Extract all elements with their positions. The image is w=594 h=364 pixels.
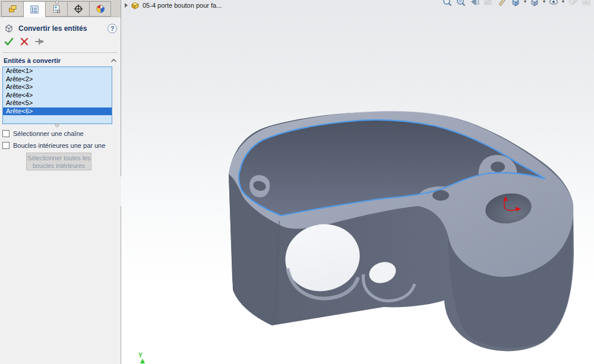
- display-style-dropdown[interactable]: ▾: [543, 0, 545, 4]
- panel-top-grip[interactable]: [55, 1, 59, 4]
- property-manager-panel: Convertir les entités ? Entités à conver…: [0, 0, 121, 364]
- list-item[interactable]: Arête<1>: [3, 67, 112, 75]
- axis-y-label: Y: [138, 352, 143, 359]
- checkbox-label: Boucles intérieures une par une: [13, 142, 105, 149]
- section-entities-to-convert[interactable]: Entités à convertir: [0, 55, 121, 65]
- checkbox-inner-loops-row: Boucles intérieures une par une: [2, 142, 105, 149]
- hide-show-items-dropdown[interactable]: ▾: [562, 0, 564, 4]
- part-document-icon: [131, 1, 140, 10]
- view-orientation-icon[interactable]: [510, 0, 521, 8]
- checkbox-label: Sélectionner une chaîne: [13, 130, 84, 137]
- feature-tree-flyout: 05-4 porte bouton pour fa...: [125, 1, 222, 10]
- list-item[interactable]: Arête<4>: [3, 91, 112, 100]
- boss-middle-hole: [432, 190, 449, 201]
- select-all-inner-loops-button[interactable]: Sélectionner toutes les boucles intérieu…: [26, 153, 91, 170]
- previous-view-icon[interactable]: [469, 0, 480, 8]
- list-item[interactable]: Arête<5>: [3, 99, 112, 107]
- configuration-manager-icon: [52, 4, 61, 14]
- axis-triad: Y: [138, 352, 145, 363]
- help-icon[interactable]: ?: [108, 24, 117, 33]
- checkbox-select-chain[interactable]: [2, 130, 10, 137]
- tab-feature-manager[interactable]: [1, 1, 23, 17]
- selected-entities-list: Arête<1> Arête<2> Arête<3> Arête<4> Arêt…: [2, 67, 112, 124]
- chevron-up-icon: [110, 58, 117, 63]
- headsup-view-toolbar: ▾ ▾ ▾: [442, 0, 592, 8]
- hide-show-items-icon[interactable]: [548, 0, 559, 8]
- axis-y-arrow: [140, 359, 145, 363]
- display-manager-icon: [96, 4, 105, 14]
- convert-entities-icon: [4, 23, 14, 34]
- property-manager-header: Convertir les entités ?: [4, 22, 117, 35]
- cad-model-canvas[interactable]: Y: [121, 0, 594, 364]
- tree-expand-arrow[interactable]: [125, 3, 128, 8]
- section-view-icon[interactable]: [483, 0, 494, 8]
- list-item[interactable]: Arête<3>: [3, 83, 112, 91]
- panel-title: Convertir les entités: [18, 24, 108, 33]
- cancel-button[interactable]: [19, 36, 30, 47]
- section-label: Entités à convertir: [4, 57, 110, 64]
- apply-scene-icon[interactable]: [581, 0, 592, 8]
- boss-upper-right-hole: [491, 162, 505, 172]
- edit-appearance-icon[interactable]: [567, 0, 578, 8]
- tab-display-manager[interactable]: [89, 1, 111, 17]
- keep-visible-pin-button[interactable]: [34, 36, 45, 47]
- document-name[interactable]: 05-4 porte bouton pour fa...: [143, 2, 222, 9]
- list-item-selected[interactable]: Arête<6>: [3, 107, 112, 116]
- tab-property-manager[interactable]: [23, 1, 45, 17]
- list-item[interactable]: Arête<2>: [3, 75, 112, 84]
- ok-button[interactable]: [4, 36, 14, 47]
- zoom-to-fit-icon[interactable]: [442, 0, 453, 8]
- zoom-to-area-icon[interactable]: [456, 0, 466, 8]
- divider: [2, 52, 117, 53]
- feature-manager-icon: [8, 4, 17, 14]
- display-style-icon[interactable]: [529, 0, 540, 8]
- tab-dimxpert-manager[interactable]: [67, 1, 89, 17]
- list-resize-grip[interactable]: [55, 124, 59, 127]
- 3d-drawing-view-icon[interactable]: [497, 0, 507, 8]
- property-manager-icon: [30, 5, 39, 14]
- manager-tabbar: [0, 0, 121, 17]
- dimxpert-icon: [74, 4, 83, 14]
- view-orientation-dropdown[interactable]: ▾: [524, 0, 526, 4]
- checkbox-inner-loops[interactable]: [2, 142, 10, 149]
- checkbox-select-chain-row: Sélectionner une chaîne: [2, 130, 84, 137]
- graphics-area[interactable]: Y 05-4 porte bouton pour fa...: [121, 0, 594, 364]
